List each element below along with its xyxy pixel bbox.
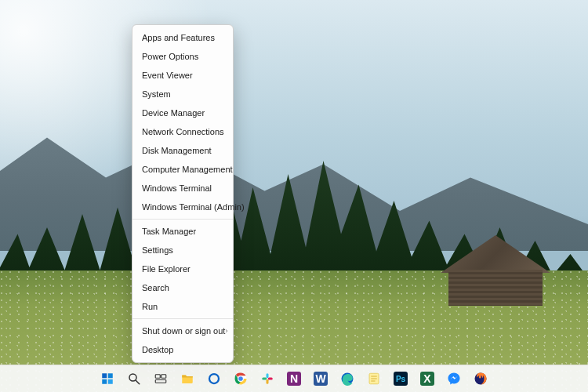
svg-line-5 (136, 380, 140, 384)
winx-item-run[interactable]: Run (132, 297, 233, 316)
winx-item-computer-management[interactable]: Computer Management (132, 160, 233, 179)
photoshop-icon: Ps (394, 372, 408, 386)
winx-item-label: Windows Terminal (Admin) (142, 201, 245, 212)
winx-item-search[interactable]: Search (132, 278, 233, 297)
winx-item-label: Task Manager (142, 226, 196, 237)
winx-item-event-viewer[interactable]: Event Viewer (132, 66, 233, 85)
taskbar-excel-button[interactable]: X (417, 368, 437, 389)
svg-rect-3 (108, 379, 113, 384)
excel-icon: X (420, 372, 434, 386)
winx-item-label: Desktop (142, 344, 173, 355)
winx-item-label: Settings (142, 245, 173, 256)
onenote-icon: N (287, 372, 301, 386)
taskbar: NWPsX (0, 365, 588, 392)
winx-item-device-manager[interactable]: Device Manager (132, 103, 233, 122)
winx-item-label: Run (142, 301, 158, 312)
svg-rect-17 (268, 378, 273, 380)
winx-item-label: Search (142, 282, 169, 293)
chevron-right-icon: › (225, 325, 227, 336)
taskbar-start-button[interactable] (97, 368, 118, 389)
winx-item-label: Apps and Features (142, 32, 215, 43)
search-icon (127, 372, 141, 386)
svg-rect-0 (102, 373, 107, 378)
svg-rect-15 (262, 378, 267, 380)
winx-item-label: Shut down or sign out (142, 325, 225, 336)
svg-point-9 (209, 374, 219, 383)
winx-item-windows-terminal[interactable]: Windows Terminal (132, 179, 233, 198)
winx-item-desktop[interactable]: Desktop (132, 340, 233, 359)
winx-item-file-explorer[interactable]: File Explorer (132, 260, 233, 278)
edge-icon (340, 372, 354, 386)
notes-icon (367, 372, 381, 386)
svg-rect-8 (155, 380, 166, 383)
winx-item-label: Windows Terminal (142, 183, 212, 194)
svg-rect-7 (162, 375, 166, 379)
task-view-icon (154, 372, 168, 386)
winx-item-label: File Explorer (142, 263, 191, 274)
winx-item-windows-terminal-admin[interactable]: Windows Terminal (Admin) (132, 198, 233, 216)
winx-item-label: Disk Management (142, 145, 212, 156)
winx-item-label: Event Viewer (142, 70, 193, 81)
taskbar-search-button[interactable] (124, 368, 144, 389)
cortana-icon (207, 372, 221, 386)
winx-item-label: Computer Management (142, 164, 233, 175)
messenger-icon (447, 372, 461, 386)
winx-item-settings[interactable]: Settings (132, 241, 233, 260)
svg-rect-2 (102, 379, 107, 384)
taskbar-messenger-button[interactable] (444, 368, 464, 389)
chrome-icon (234, 372, 248, 386)
desktop-wallpaper (0, 0, 588, 392)
taskbar-word-button[interactable]: W (310, 368, 331, 389)
winx-context-menu: Apps and FeaturesPower OptionsEvent View… (132, 24, 234, 363)
taskbar-slack-button[interactable] (257, 368, 278, 389)
winx-item-label: Power Options (142, 51, 198, 62)
svg-point-4 (129, 374, 136, 381)
winx-item-network-connections[interactable]: Network Connections (132, 122, 233, 141)
winx-item-label: System (142, 89, 171, 100)
svg-rect-1 (108, 373, 113, 378)
taskbar-task-view-button[interactable] (151, 368, 171, 389)
winx-item-shut-down-or-sign-out[interactable]: Shut down or sign out› (132, 321, 233, 340)
file-explorer-icon (180, 372, 194, 386)
taskbar-onenote-button[interactable]: N (284, 368, 304, 389)
firefox-icon (474, 372, 488, 386)
winx-item-label: Network Connections (142, 126, 224, 137)
svg-rect-6 (155, 375, 160, 379)
winx-item-label: Device Manager (142, 107, 205, 118)
word-icon: W (314, 372, 328, 386)
svg-rect-16 (267, 379, 269, 384)
taskbar-notes-button[interactable] (364, 368, 384, 389)
winx-item-task-manager[interactable]: Task Manager (132, 222, 233, 241)
winx-item-system[interactable]: System (132, 85, 233, 103)
winx-item-power-options[interactable]: Power Options (132, 47, 233, 66)
taskbar-firefox-button[interactable] (470, 368, 491, 389)
winx-item-disk-management[interactable]: Disk Management (132, 141, 233, 160)
taskbar-photoshop-button[interactable]: Ps (390, 368, 411, 389)
taskbar-file-explorer-button[interactable] (177, 368, 198, 389)
slack-icon (260, 372, 274, 386)
taskbar-edge-button[interactable] (337, 368, 358, 389)
winx-item-apps-and-features[interactable]: Apps and Features (132, 28, 233, 47)
taskbar-cortana-button[interactable] (204, 368, 224, 389)
start-icon (100, 372, 114, 386)
svg-rect-14 (267, 373, 269, 378)
taskbar-chrome-button[interactable] (230, 368, 251, 389)
